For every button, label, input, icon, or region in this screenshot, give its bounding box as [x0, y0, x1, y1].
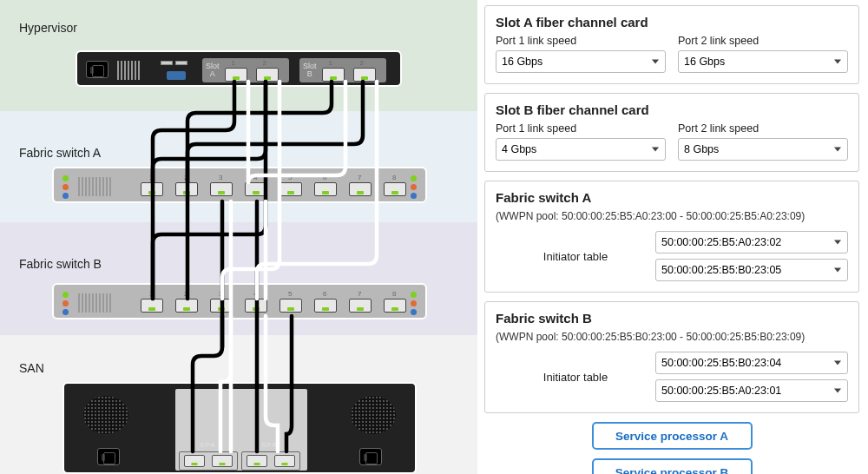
slot-b-port-1 — [322, 68, 345, 82]
port-number: 2 — [184, 174, 187, 181]
vga-port-icon — [167, 71, 186, 80]
spa-label: SPA — [200, 441, 216, 449]
led-icon — [62, 184, 69, 190]
slot-a-panel: Slot A fiber channel card Port 1 link sp… — [484, 5, 859, 84]
fabric-b-label: Fabric switch B — [19, 257, 102, 271]
port-number: 8 — [392, 290, 396, 298]
fabric-switch-a-device: 12345678 — [52, 167, 427, 203]
initiator-table-label: Initiator table — [496, 371, 655, 384]
port-number: 5 — [288, 290, 292, 298]
switch-port-5 — [279, 182, 302, 196]
san-label: SAN — [19, 361, 44, 375]
initiator-table-label: Initiator table — [496, 250, 655, 263]
led-icon — [62, 193, 69, 199]
switch-port-6 — [314, 182, 337, 196]
fan-grill-icon — [83, 396, 128, 434]
slot-b-label: Slot B — [303, 63, 317, 78]
switch-port-3 — [210, 182, 233, 196]
slot-a: Slot A 1 2 — [202, 58, 289, 82]
panel-title: Slot B fiber channel card — [496, 102, 848, 117]
topology-diagram: Hypervisor Fabric switch A Fabric switch… — [0, 0, 477, 474]
panel-title: Fabric switch A — [496, 190, 848, 205]
port-number: 1 — [149, 290, 153, 298]
san-device: SPA SPB — [62, 382, 417, 474]
spa-module — [179, 451, 238, 471]
switch-port-8 — [384, 182, 406, 196]
port-number: 8 — [392, 174, 396, 181]
led-icon — [62, 292, 69, 298]
fabric-a-label: Fabric switch A — [19, 146, 101, 160]
led-icon — [411, 309, 417, 315]
config-pane: Slot A fiber channel card Port 1 link sp… — [484, 0, 859, 474]
vent-icon — [78, 293, 111, 313]
led-icon — [411, 292, 417, 298]
hypervisor-label: Hypervisor — [19, 21, 77, 35]
fabric-a-initiator-2-select[interactable]: 50:00:00:25:B5:B0:23:05 — [655, 259, 848, 281]
slot-b-port1-speed-select[interactable]: 4 Gbps — [496, 138, 666, 161]
slot-a-port-2 — [256, 68, 279, 82]
slot-a-port1-speed-select[interactable]: 16 Gbps — [496, 50, 666, 73]
port-number: 6 — [323, 290, 326, 298]
slot-a-label: Slot A — [206, 63, 220, 78]
switch-port-7 — [349, 182, 372, 196]
port-number: 2 — [360, 59, 364, 67]
port-number: 1 — [149, 174, 153, 181]
led-icon — [411, 300, 417, 306]
field-label: Port 2 link speed — [678, 122, 848, 135]
switch-port-8 — [384, 299, 406, 313]
port-number: 1 — [232, 59, 235, 67]
switch-port-1 — [141, 182, 163, 196]
fabric-switch-b-device: 12345678 — [52, 283, 427, 319]
usb-port-icon — [175, 61, 187, 65]
fabric-b-initiator-1-select[interactable]: 50:00:00:25:B5:B0:23:04 — [655, 352, 848, 374]
slot-b-port-2 — [353, 68, 376, 82]
port-number: 6 — [323, 174, 326, 181]
vent-icon — [117, 61, 140, 80]
spb-module — [241, 451, 300, 471]
slot-b-panel: Slot B fiber channel card Port 1 link sp… — [484, 93, 859, 172]
switch-port-6 — [314, 299, 337, 313]
fabric-b-initiator-2-select[interactable]: 50:00:00:25:B5:A0:23:01 — [655, 379, 848, 402]
hypervisor-device: Slot A 1 2 Slot B 1 2 — [76, 50, 402, 87]
port-number: 2 — [184, 290, 187, 298]
slot-a-port2-speed-select[interactable]: 16 Gbps — [678, 50, 848, 73]
switch-port-1 — [141, 299, 163, 313]
port-number: 2 — [263, 59, 266, 67]
port-number: 1 — [329, 59, 332, 67]
port-number: 3 — [219, 290, 222, 298]
wwpn-pool-text: (WWPN pool: 50:00:00:25:B5:B0:23:00 - 50… — [496, 331, 848, 343]
panel-title: Fabric switch B — [496, 311, 848, 326]
fabric-a-initiator-1-select[interactable]: 50:00:00:25:B5:A0:23:02 — [655, 231, 848, 253]
panel-title: Slot A fiber channel card — [496, 15, 848, 30]
slot-a-port-1 — [225, 68, 247, 82]
switch-port-5 — [279, 299, 302, 313]
slot-b-port2-speed-select[interactable]: 8 Gbps — [678, 138, 848, 161]
wwpn-pool-text: (WWPN pool: 50:00:00:25:B5:A0:23:00 - 50… — [496, 210, 848, 222]
led-icon — [411, 175, 417, 181]
switch-port-2 — [175, 182, 198, 196]
fabric-a-panel: Fabric switch A (WWPN pool: 50:00:00:25:… — [484, 181, 859, 293]
fan-grill-icon — [351, 396, 396, 434]
service-processor-a-button[interactable]: Service processor A — [592, 422, 753, 450]
led-icon — [411, 184, 417, 190]
port-number: 4 — [253, 290, 257, 298]
power-socket-icon — [97, 448, 120, 465]
fabric-b-panel: Fabric switch B (WWPN pool: 50:00:00:25:… — [484, 301, 859, 413]
service-processor-buttons: Service processor A Service processor B — [484, 422, 859, 474]
power-socket-icon — [359, 448, 382, 465]
port-number: 4 — [253, 174, 257, 181]
service-processor-b-button[interactable]: Service processor B — [592, 458, 753, 474]
field-label: Port 2 link speed — [678, 35, 848, 47]
led-icon — [62, 175, 69, 181]
port-number: 7 — [358, 174, 361, 181]
switch-port-4 — [245, 299, 267, 313]
led-icon — [62, 300, 69, 306]
led-icon — [62, 309, 69, 315]
power-socket-icon — [86, 61, 108, 78]
spb-label: SPB — [261, 441, 278, 449]
vent-icon — [78, 177, 111, 196]
port-number: 7 — [358, 290, 361, 298]
switch-port-4 — [245, 182, 267, 196]
slot-b: Slot B 1 2 — [299, 58, 386, 82]
field-label: Port 1 link speed — [496, 35, 666, 47]
